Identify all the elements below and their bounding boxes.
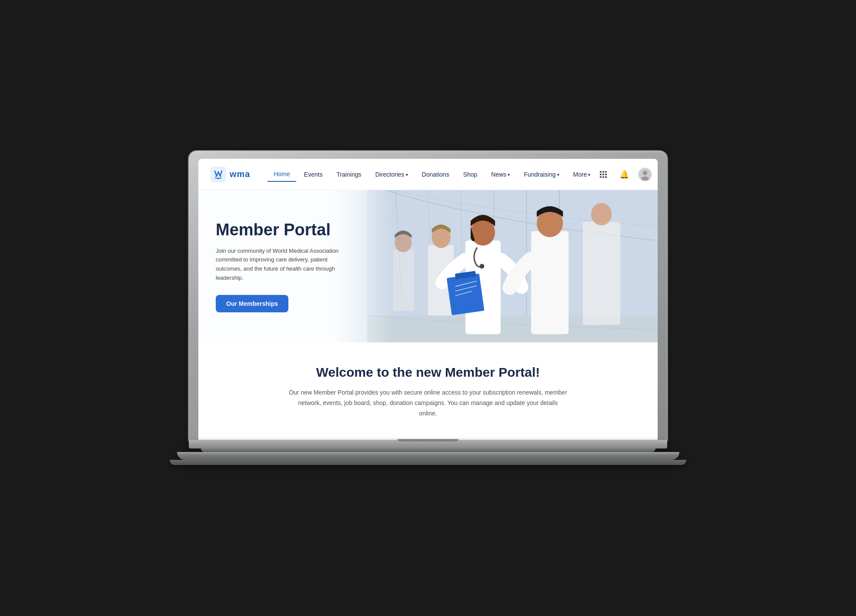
hero-content: Member Portal Join our community of Worl…	[198, 190, 391, 342]
user-avatar-button[interactable]	[638, 167, 652, 181]
laptop-base	[189, 440, 667, 465]
grid-icon	[600, 171, 607, 178]
wma-logo-icon	[211, 167, 226, 182]
more-chevron-icon: ▾	[588, 172, 590, 177]
hero-description: Join our community of World Medical Asso…	[216, 247, 346, 283]
laptop-base-bottom	[177, 452, 679, 460]
hero-section: Member Portal Join our community of Worl…	[198, 190, 658, 342]
nav-fundraising[interactable]: Fundraising ▾	[518, 167, 565, 181]
notifications-button[interactable]: 🔔	[617, 167, 631, 181]
nav-icons: 🔔	[596, 167, 652, 181]
nav-directories[interactable]: Directories ▾	[369, 167, 414, 181]
laptop-mockup: wma Home Events Trainings Directories ▾ …	[189, 151, 667, 465]
hero-title: Member Portal	[216, 221, 378, 240]
brand-name: wma	[230, 169, 250, 179]
nav-events[interactable]: Events	[298, 167, 329, 181]
screen-bezel: wma Home Events Trainings Directories ▾ …	[189, 151, 667, 439]
svg-rect-21	[447, 274, 485, 315]
browser-content: wma Home Events Trainings Directories ▾ …	[198, 159, 658, 439]
trackpad-notch	[398, 439, 458, 442]
directories-chevron-icon: ▾	[406, 172, 408, 177]
nav-donations[interactable]: Donations	[416, 167, 455, 181]
welcome-section: Welcome to the new Member Portal! Our ne…	[198, 342, 658, 439]
svg-point-3	[643, 171, 648, 175]
svg-point-29	[591, 203, 612, 226]
welcome-title: Welcome to the new Member Portal!	[216, 365, 640, 380]
svg-point-15	[395, 234, 411, 252]
laptop-feet	[170, 460, 686, 465]
navbar: wma Home Events Trainings Directories ▾ …	[198, 159, 658, 190]
grid-menu-button[interactable]	[596, 167, 610, 181]
svg-rect-26	[531, 231, 568, 334]
bell-icon: 🔔	[619, 170, 629, 179]
laptop-hinge	[201, 449, 655, 452]
fundraising-chevron-icon: ▾	[557, 172, 559, 177]
news-chevron-icon: ▾	[508, 172, 510, 177]
svg-rect-28	[583, 222, 620, 325]
nav-links: Home Events Trainings Directories ▾ Dona…	[268, 167, 596, 182]
nav-shop[interactable]: Shop	[457, 167, 484, 181]
svg-rect-0	[211, 167, 226, 182]
screen-inner: wma Home Events Trainings Directories ▾ …	[198, 159, 658, 439]
avatar-icon	[639, 167, 651, 181]
nav-home[interactable]: Home	[268, 167, 296, 182]
nav-trainings[interactable]: Trainings	[331, 167, 368, 181]
nav-news[interactable]: News ▾	[485, 167, 516, 181]
svg-rect-14	[393, 250, 414, 311]
svg-point-20	[480, 264, 485, 269]
memberships-button[interactable]: Our Memberships	[216, 295, 288, 312]
nav-more[interactable]: More ▾	[567, 167, 597, 181]
welcome-description: Our new Member Portal provides you with …	[289, 388, 567, 418]
laptop-bottom-bar	[189, 440, 667, 449]
logo-area[interactable]: wma	[211, 167, 250, 182]
